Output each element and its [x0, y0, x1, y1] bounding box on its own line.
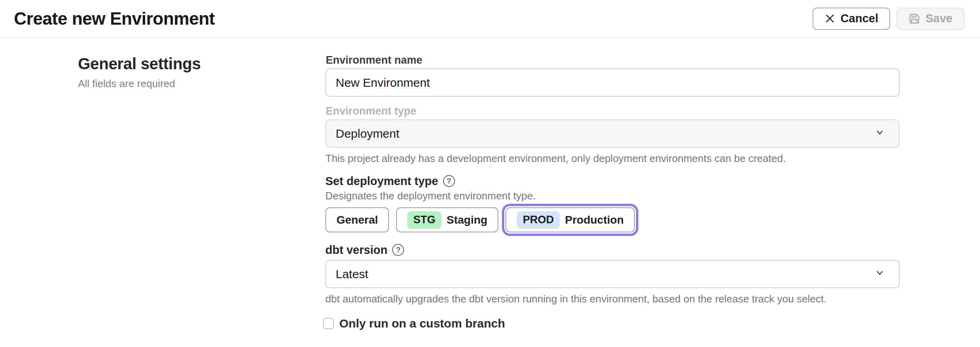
dbt-version-select[interactable]: Latest — [325, 260, 900, 288]
cancel-button-label: Cancel — [840, 12, 878, 25]
dbt-version-value: Latest — [336, 267, 368, 281]
deployment-type-options: General STG Staging PROD Production — [325, 207, 900, 232]
deployment-type-staging-button[interactable]: STG Staging — [396, 207, 498, 232]
chevron-down-icon — [874, 127, 885, 140]
deployment-type-staging-label: Staging — [447, 214, 488, 226]
page-title: Create new Environment — [14, 9, 215, 29]
dbt-version-helper: dbt automatically upgrades the dbt versi… — [325, 293, 900, 305]
page-header: Create new Environment Cancel — [0, 0, 980, 38]
save-button-label: Save — [926, 12, 953, 25]
chevron-down-icon — [874, 267, 885, 281]
environment-type-helper: This project already has a development e… — [325, 152, 900, 164]
help-icon[interactable]: ? — [392, 244, 404, 256]
deployment-type-general-button[interactable]: General — [325, 207, 389, 232]
save-floppy-icon — [908, 13, 920, 25]
deployment-type-heading-row: Set deployment type ? — [325, 175, 900, 187]
deployment-type-general-label: General — [336, 214, 378, 226]
deployment-type-heading: Set deployment type — [325, 175, 438, 187]
settings-intro: General settings All fields are required — [78, 55, 285, 90]
environment-type-value: Deployment — [336, 127, 399, 140]
custom-branch-label: Only run on a custom branch — [339, 317, 505, 330]
section-subtitle: All fields are required — [78, 78, 285, 90]
deployment-type-helper: Designates the deployment environment ty… — [325, 190, 900, 202]
custom-branch-row[interactable]: Only run on a custom branch — [323, 317, 900, 330]
create-environment-page: Create new Environment Cancel — [0, 0, 980, 347]
environment-type-select[interactable]: Deployment — [325, 119, 900, 148]
save-button[interactable]: Save — [896, 8, 964, 30]
help-icon[interactable]: ? — [443, 175, 455, 187]
environment-type-label: Environment type — [326, 106, 900, 117]
section-title: General settings — [78, 55, 285, 73]
cancel-button[interactable]: Cancel — [813, 8, 890, 30]
header-actions: Cancel Save — [813, 8, 964, 30]
close-icon — [824, 13, 835, 24]
environment-form: Environment name Environment type Deploy… — [325, 55, 900, 330]
dbt-version-heading-row: dbt version ? — [325, 244, 900, 256]
environment-name-input[interactable] — [325, 68, 900, 97]
deployment-type-production-label: Production — [565, 214, 624, 226]
dbt-version-heading: dbt version — [325, 244, 387, 256]
production-badge: PROD — [517, 211, 560, 229]
environment-name-label: Environment name — [326, 55, 900, 66]
deployment-type-production-button[interactable]: PROD Production — [506, 207, 635, 232]
custom-branch-checkbox[interactable] — [323, 318, 334, 329]
staging-badge: STG — [407, 211, 441, 229]
